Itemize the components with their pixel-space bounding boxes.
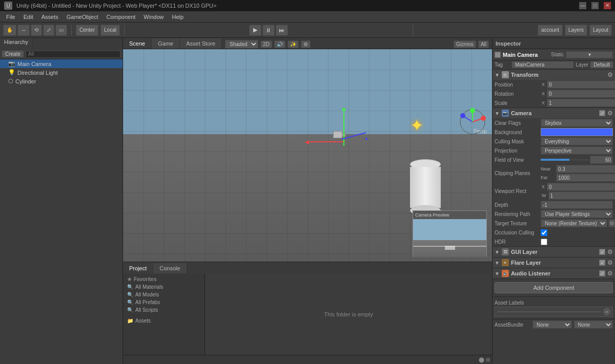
asset-store-tab[interactable]: Asset Store <box>180 38 222 49</box>
background-value <box>541 128 613 136</box>
all-models-item[interactable]: 🔍 All Models <box>125 291 202 298</box>
all-scripts-item[interactable]: 🔍 All Scripts <box>125 306 202 314</box>
target-texture-dropdown[interactable]: None (Render Texture) <box>541 219 607 227</box>
close-button[interactable]: ✕ <box>604 2 611 9</box>
culling-mask-dropdown[interactable]: Everything <box>541 137 613 145</box>
clear-flags-label: Clear Flags <box>495 120 541 126</box>
hierarchy-item-directional-light[interactable]: 💡 Directional Light <box>0 68 122 77</box>
viewport-xy-row: X Y <box>541 183 615 191</box>
step-button[interactable]: ⏭ <box>276 25 288 36</box>
hierarchy-tab[interactable]: Hierarchy <box>0 38 33 49</box>
fov-input[interactable] <box>590 156 613 164</box>
hand-tool-button[interactable]: ✋ <box>3 25 16 36</box>
asset-bundle-name-dropdown[interactable]: None <box>532 320 572 329</box>
viewport-x-input[interactable] <box>547 183 615 191</box>
asset-bundle-variant-dropdown[interactable]: None <box>574 320 613 329</box>
console-tab[interactable]: Console <box>153 263 187 273</box>
audio-listener-enabled-checkbox[interactable]: ✓ <box>599 270 605 276</box>
layers-button[interactable]: Layers <box>565 25 587 36</box>
scene-viewport[interactable]: ✦ ◄ ▲ ● <box>123 49 492 262</box>
rotation-xyz: X Y Z <box>541 90 615 98</box>
cylinder-body <box>410 167 441 208</box>
hierarchy-search-input[interactable] <box>26 51 120 58</box>
menu-item-file[interactable]: File <box>2 13 19 21</box>
move-tool-button[interactable]: ↔ <box>17 25 30 36</box>
layer-value-dropdown[interactable]: Default <box>590 61 613 68</box>
depth-input[interactable] <box>541 201 613 209</box>
rendering-path-dropdown[interactable]: Use Player Settings <box>541 210 613 218</box>
play-button[interactable]: ▶ <box>249 25 261 36</box>
pivot-button[interactable]: Center <box>76 25 98 36</box>
flare-layer-header[interactable]: ▼ ✦ Flare Layer ✓ ⚙ <box>493 258 615 268</box>
audio-listener-header[interactable]: ▼ 🔊 Audio Listener ✓ ⚙ <box>493 268 615 279</box>
audio-listener-menu-icon[interactable]: ⚙ <box>607 270 613 277</box>
flare-layer-enabled-checkbox[interactable]: ✓ <box>599 260 605 266</box>
asset-bundle-row: AssetBundle None None <box>493 319 615 330</box>
clear-flags-dropdown[interactable]: Skybox <box>541 119 613 127</box>
background-label: Background <box>495 130 541 135</box>
scene-gizmo[interactable] <box>459 108 487 136</box>
menu-item-assets[interactable]: Assets <box>37 13 63 21</box>
all-button[interactable]: All <box>478 40 489 48</box>
hierarchy-create-button[interactable]: Create <box>2 51 24 57</box>
tag-label: Tag <box>495 62 510 68</box>
occlusion-culling-checkbox[interactable] <box>541 229 547 236</box>
transform-component-header[interactable]: ▼ ⊞ Transform ⚙ <box>493 70 615 80</box>
fx-button[interactable]: ✨ <box>288 40 299 48</box>
gizmos-button[interactable]: Gizmos <box>454 40 476 48</box>
all-prefabs-item[interactable]: 🔍 All Prefabs <box>125 298 202 306</box>
asset-labels-add-button[interactable]: + <box>603 308 610 315</box>
menu-item-component[interactable]: Component <box>102 13 139 21</box>
viewport-w-input[interactable] <box>548 191 616 200</box>
tag-value-dropdown[interactable]: MainCamera <box>512 61 573 68</box>
transform-menu-icon[interactable]: ⚙ <box>607 71 613 78</box>
minimize-button[interactable]: — <box>579 2 586 9</box>
2d-button[interactable]: 2D <box>260 40 272 48</box>
menu-item-edit[interactable]: Edit <box>19 13 37 21</box>
menu-item-gameobject[interactable]: GameObject <box>63 13 102 21</box>
gui-layer-enabled-checkbox[interactable]: ✓ <box>599 249 605 255</box>
gui-layer-menu-icon[interactable]: ⚙ <box>607 248 613 255</box>
scene-settings-button[interactable]: ⚙ <box>301 40 311 48</box>
sun-light-object: ✦ <box>410 116 424 135</box>
assets-folder-item[interactable]: 📁 Assets <box>125 317 202 325</box>
rect-tool-button[interactable]: ▭ <box>55 25 67 36</box>
space-button[interactable]: Local <box>100 25 120 36</box>
scale-tool-button[interactable]: ⤢ <box>43 25 54 36</box>
near-clipping-input[interactable] <box>556 165 615 173</box>
rotation-x-input[interactable] <box>547 90 615 98</box>
account-button[interactable]: account <box>538 25 563 36</box>
flare-layer-menu-icon[interactable]: ⚙ <box>607 259 613 266</box>
occlusion-culling-row: Occlusion Culling <box>493 228 615 237</box>
camera-enabled-checkbox[interactable]: ✓ <box>599 110 605 116</box>
layout-button[interactable]: Layout <box>589 25 612 36</box>
camera-component-header[interactable]: ▼ 📷 Camera ✓ ⚙ <box>493 108 615 118</box>
fov-slider[interactable] <box>541 159 589 161</box>
hierarchy-item-cylinder[interactable]: ⬡ Cylinder <box>0 77 122 85</box>
rotate-tool-button[interactable]: ⟲ <box>31 25 42 36</box>
hierarchy-item-main-camera[interactable]: 📷 Main Camera <box>0 59 122 68</box>
scale-x-input[interactable] <box>547 99 615 107</box>
maximize-button[interactable]: □ <box>591 2 599 9</box>
target-texture-picker-button[interactable]: ⊙ <box>608 219 615 227</box>
gui-layer-header[interactable]: ▼ 🖼 GUI Layer ✓ ⚙ <box>493 247 615 257</box>
viewport-rect-row: Viewport Rect X Y W H <box>493 182 615 200</box>
far-clipping-input[interactable] <box>556 174 615 182</box>
project-tab[interactable]: Project <box>123 263 153 273</box>
add-component-button[interactable]: Add Component <box>495 282 613 293</box>
background-color-swatch[interactable] <box>541 128 613 136</box>
object-active-checkbox[interactable] <box>495 52 501 58</box>
position-x-input[interactable] <box>547 80 615 89</box>
static-dropdown-button[interactable]: ▾ <box>566 51 613 58</box>
menu-item-help[interactable]: Help <box>168 13 188 21</box>
game-tab[interactable]: Game <box>152 38 180 49</box>
hdr-checkbox[interactable] <box>541 239 547 245</box>
projection-dropdown[interactable]: Perspective <box>541 146 613 155</box>
pause-button[interactable]: ⏸ <box>262 25 275 36</box>
shaded-dropdown[interactable]: Shaded <box>225 40 258 49</box>
menu-item-window[interactable]: Window <box>139 13 168 21</box>
scene-tab[interactable]: Scene <box>123 38 152 49</box>
all-materials-item[interactable]: 🔍 All Materials <box>125 283 202 291</box>
camera-menu-icon[interactable]: ⚙ <box>607 110 613 117</box>
audio-button[interactable]: 🔊 <box>274 40 285 48</box>
